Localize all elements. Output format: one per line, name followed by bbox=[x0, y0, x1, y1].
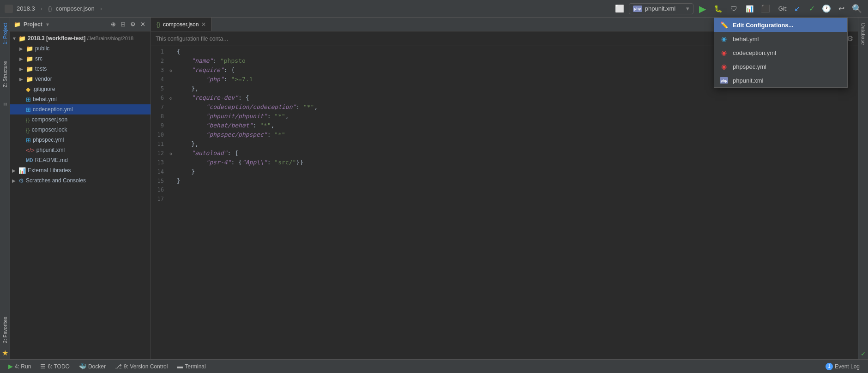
todo-tool-icon: ☰ bbox=[40, 363, 46, 370]
git-icons: ↙ ✓ 🕐 ↩ bbox=[790, 2, 848, 15]
tab-composer-json[interactable]: {} composer.json ✕ bbox=[151, 18, 212, 31]
docker-tool-icon: 🐳 bbox=[79, 363, 86, 370]
left-strip: 1: Project Z: Structure ≡ 2: Favorites ★ bbox=[0, 18, 10, 359]
code-line-13: 13 "psr-4": {"App\\": "src/"}} bbox=[151, 159, 858, 168]
scratches-arrow: ▶ bbox=[12, 178, 18, 183]
code-line-6: 6 ◇ "require-dev": { bbox=[151, 94, 858, 103]
tab-close-btn[interactable]: ✕ bbox=[201, 21, 206, 28]
sidebar-item-structure[interactable]: Z: Structure bbox=[1, 57, 9, 91]
scratches-label: Scratches and Consoles bbox=[26, 177, 86, 184]
todo-tool-btn[interactable]: ☰ 6: TODO bbox=[36, 360, 74, 373]
panel-dropdown-icon[interactable]: ▾ bbox=[46, 21, 49, 28]
presentation-mode-btn[interactable]: ⬜ bbox=[613, 2, 626, 15]
sidebar-item-project[interactable]: 1: Project bbox=[1, 19, 9, 48]
code-line-15: 15 } bbox=[151, 177, 858, 186]
git-commit-btn[interactable]: ✓ bbox=[805, 2, 818, 15]
public-folder-icon: 📁 bbox=[26, 45, 33, 52]
git-revert-btn[interactable]: ↩ bbox=[835, 2, 848, 15]
code-line-11: 11 }, bbox=[151, 140, 858, 150]
sidebar-item-favorites[interactable]: 2: Favorites bbox=[1, 313, 9, 347]
code-line-16: 16 bbox=[151, 186, 858, 196]
db-checkmark-icon: ✓ bbox=[861, 350, 866, 357]
profiler-button[interactable]: 📊 bbox=[743, 2, 756, 15]
run-config-icon: php bbox=[633, 5, 642, 12]
folder-icon: 📁 bbox=[14, 21, 21, 28]
dropdown-edit-config[interactable]: ✏️ Edit Configurations... bbox=[714, 18, 847, 32]
tree-item-vendor[interactable]: ▶ 📁 vendor bbox=[10, 74, 151, 84]
tests-folder-icon: 📁 bbox=[26, 66, 33, 72]
tree-root[interactable]: ▼ 📁 2018.3 [workflow-test] /JetBrains/bl… bbox=[10, 33, 151, 43]
dropdown-phpspec[interactable]: ◉ phpspec.yml bbox=[714, 60, 847, 73]
tree-item-behat[interactable]: ⊞ behat.yml bbox=[10, 94, 151, 104]
tree-item-phpspec[interactable]: ⊞ phpspec.yml bbox=[10, 135, 151, 145]
run-button[interactable]: ▶ bbox=[696, 2, 709, 15]
docker-tool-btn[interactable]: 🐳 Docker bbox=[74, 360, 110, 373]
phpspec-dropdown-icon: ◉ bbox=[720, 62, 728, 71]
todo-tool-label: 6: TODO bbox=[48, 363, 70, 370]
tree-item-codeception[interactable]: ⊞ codeception.yml bbox=[10, 104, 151, 114]
dropdown-codeception[interactable]: ◉ codeception.yml bbox=[714, 46, 847, 60]
sep2: › bbox=[100, 5, 102, 12]
code-line-9: 9 "behat/behat": "*", bbox=[151, 122, 858, 131]
behat-dropdown-icon: ◉ bbox=[720, 35, 728, 43]
tree-item-tests[interactable]: ▶ 📁 tests bbox=[10, 64, 151, 74]
src-arrow: ▶ bbox=[19, 56, 25, 61]
vcs-tool-btn[interactable]: ⎇ 9: Version Control bbox=[110, 360, 172, 373]
panel-action-close[interactable]: ✕ bbox=[139, 21, 147, 28]
dropdown-behat[interactable]: ◉ behat.yml bbox=[714, 32, 847, 46]
project-panel: 📁 Project ▾ ⊕ ⊟ ⚙ ✕ ▼ 📁 2018.3 [workflow… bbox=[10, 18, 151, 359]
event-log-label: Event Log bbox=[835, 363, 860, 370]
tree-item-composer-lock[interactable]: {} composer.lock bbox=[10, 125, 151, 135]
panel-action-settings[interactable]: ⚙ bbox=[129, 21, 137, 28]
right-strip: Database ✓ bbox=[858, 18, 868, 359]
run-dropdown[interactable]: ✏️ Edit Configurations... ◉ behat.yml ◉ … bbox=[714, 18, 848, 88]
docker-tool-label: Docker bbox=[88, 363, 106, 370]
tree-item-extlibs[interactable]: ▶ 📊 External Libraries bbox=[10, 165, 151, 175]
tree-item-public[interactable]: ▶ 📁 public bbox=[10, 43, 151, 54]
phpspec-icon: ⊞ bbox=[26, 137, 31, 144]
composer-json-icon: {} bbox=[26, 116, 30, 123]
coverage-button[interactable]: 🛡 bbox=[728, 2, 741, 15]
codeception-dropdown-label: codeception.yml bbox=[733, 49, 776, 56]
tests-arrow: ▶ bbox=[19, 66, 25, 72]
phpspec-label: phpspec.yml bbox=[33, 137, 64, 143]
root-label: 2018.3 [workflow-test] /JetBrains/blog/2… bbox=[28, 35, 133, 42]
code-line-12: 12 ◇ "autoload": { bbox=[151, 150, 858, 159]
tab-icon: {} bbox=[157, 21, 160, 28]
run-config-dropdown[interactable]: php phpunit.xml ▾ bbox=[629, 3, 693, 14]
tests-label: tests bbox=[35, 66, 47, 72]
tree-item-gitignore[interactable]: ◆ .gitignore bbox=[10, 84, 151, 94]
readme-icon: MD bbox=[26, 158, 33, 163]
public-arrow: ▶ bbox=[19, 46, 25, 51]
composer-json-label: composer.json bbox=[32, 116, 67, 123]
tree-item-phpunit[interactable]: </> phpunit.xml bbox=[10, 145, 151, 155]
panel-action-collapse[interactable]: ⊟ bbox=[119, 21, 127, 28]
terminal-tool-btn[interactable]: ▬ Terminal bbox=[172, 360, 210, 373]
tree-item-composer-json[interactable]: {} composer.json bbox=[10, 114, 151, 125]
tree-item-readme[interactable]: MD README.md bbox=[10, 155, 151, 165]
debug-button[interactable]: 🐛 bbox=[712, 2, 725, 15]
search-everywhere-btn[interactable]: 🔍 bbox=[850, 2, 863, 15]
phpspec-dropdown-label: phpspec.yml bbox=[733, 63, 766, 70]
composer-settings-icon[interactable]: ⚙ bbox=[847, 34, 853, 43]
root-folder-icon: 📁 bbox=[18, 35, 26, 42]
database-panel-btn[interactable]: Database bbox=[860, 19, 867, 48]
root-arrow: ▼ bbox=[12, 36, 18, 41]
run-tool-btn[interactable]: ▶ 4: Run bbox=[4, 360, 36, 373]
behat-dropdown-label: behat.yml bbox=[733, 36, 759, 42]
code-editor[interactable]: 1 { 2 "name": "phpsto 3 ◇ "require": { 4 bbox=[151, 46, 858, 359]
stop-button[interactable]: ⬛ bbox=[759, 2, 772, 15]
code-line-8: 8 "phpunit/phpunit": "*", bbox=[151, 113, 858, 122]
git-update-btn[interactable]: ↙ bbox=[790, 2, 803, 15]
event-log-btn[interactable]: 1 Event Log bbox=[821, 360, 864, 373]
code-line-17: 17 bbox=[151, 196, 858, 205]
dropdown-phpunit[interactable]: php phpunit.xml bbox=[714, 73, 847, 87]
favorites-star-icon: ★ bbox=[0, 347, 10, 359]
git-history-btn[interactable]: 🕐 bbox=[820, 2, 833, 15]
panel-action-scope[interactable]: ⊕ bbox=[109, 21, 117, 28]
sidebar-icon-1: ≡ bbox=[2, 101, 8, 108]
tree-item-src[interactable]: ▶ 📁 src bbox=[10, 54, 151, 64]
phpunit-label: phpunit.xml bbox=[36, 147, 65, 153]
bottom-bar: ▶ 4: Run ☰ 6: TODO 🐳 Docker ⎇ 9: Version… bbox=[0, 359, 868, 373]
tree-item-scratches[interactable]: ▶ ⚙ Scratches and Consoles bbox=[10, 175, 151, 186]
